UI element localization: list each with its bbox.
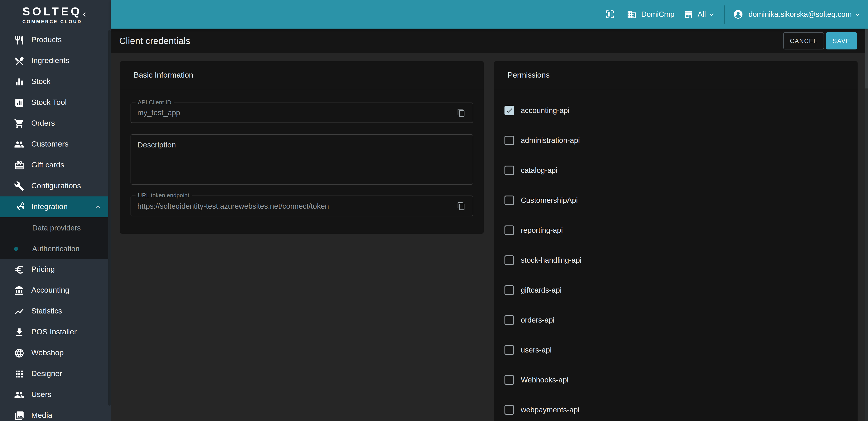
checkbox-icon[interactable]	[504, 405, 514, 414]
checkbox-icon[interactable]	[504, 255, 514, 265]
store-scope-value: All	[698, 10, 706, 19]
sidebar-item-stock[interactable]: Stock	[0, 71, 109, 92]
save-button[interactable]: SAVE	[826, 32, 857, 50]
checkbox-icon[interactable]	[504, 345, 514, 355]
chevron-down-icon	[708, 10, 716, 18]
sidebar-item-label: Stock	[31, 77, 51, 86]
permission-row[interactable]: CustomershipApi	[504, 185, 858, 215]
sidebar-item-ingredients[interactable]: Ingredients	[0, 50, 109, 71]
permission-label: Webhooks-api	[521, 375, 568, 384]
permission-row[interactable]: giftcards-api	[504, 275, 858, 305]
permission-row[interactable]: catalog-api	[504, 155, 858, 185]
store-scope-selector[interactable]: All	[684, 9, 716, 19]
basic-information-body: API Client ID my_test_app Description UR…	[120, 103, 484, 216]
basic-information-panel: Basic Information API Client ID my_test_…	[120, 61, 484, 234]
sidebar-item-pricing[interactable]: Pricing	[0, 259, 109, 280]
equalizer-icon	[14, 77, 25, 87]
appbar: DomiCmp All dominika.sikorska@solteq.com	[111, 0, 868, 29]
store-icon	[684, 9, 693, 19]
permission-label: webpayments-api	[521, 405, 580, 414]
sidebar-scrollbar[interactable]	[108, 30, 111, 405]
sidebar-item-label: Ingredients	[31, 56, 69, 65]
permissions-panel: Permissions accounting-api administratio…	[494, 61, 858, 421]
permission-row[interactable]: Webhooks-api	[504, 365, 858, 395]
sidebar-item-orders[interactable]: Orders	[0, 113, 109, 134]
sidebar-item-pos-installer[interactable]: POS Installer	[0, 321, 109, 342]
api-client-id-value: my_test_app	[137, 108, 180, 117]
checkbox-icon[interactable]	[504, 135, 514, 145]
download-icon	[14, 327, 25, 337]
user-email: dominika.sikorska@solteq.com	[749, 10, 852, 19]
checkbox-icon[interactable]	[504, 165, 514, 175]
sidebar-item-designer[interactable]: Designer	[0, 363, 109, 384]
sidebar-collapse-button[interactable]	[80, 10, 89, 19]
active-dot	[14, 226, 18, 230]
main-content: Client credentials CANCEL SAVE Basic Inf…	[111, 29, 868, 421]
titlebar-actions: CANCEL SAVE	[783, 32, 857, 50]
sidebar-item-label: Configurations	[31, 181, 81, 191]
sidebar-item-configurations[interactable]: Configurations	[0, 175, 109, 196]
sidebar-item-statistics[interactable]: Statistics	[0, 301, 109, 321]
account-menu[interactable]: dominika.sikorska@solteq.com	[733, 9, 862, 20]
sidebar-item-webshop[interactable]: Webshop	[0, 342, 109, 363]
checkbox-icon[interactable]	[504, 225, 514, 235]
cancel-button[interactable]: CANCEL	[783, 32, 824, 50]
globe-lock-icon	[14, 202, 25, 212]
permission-row[interactable]: accounting-api	[504, 95, 858, 125]
building-icon	[627, 9, 637, 19]
brand-tagline: COMMERCE CLOUD	[20, 19, 84, 24]
sidebar-item-label: Products	[31, 35, 62, 45]
permission-row[interactable]: reporting-api	[504, 215, 858, 245]
sidebar-item-integration[interactable]: Integration	[0, 196, 109, 217]
sidebar-item-label: Pricing	[31, 265, 55, 274]
copy-token-url-button[interactable]	[453, 198, 469, 214]
copy-icon	[457, 202, 465, 210]
brand-name: SOLTEQ	[20, 5, 84, 18]
page-scrollbar-thumb[interactable]	[865, 29, 868, 88]
sidebar-item-label: Stock Tool	[31, 98, 67, 107]
sidebar-item-stock-tool[interactable]: Stock Tool	[0, 92, 109, 113]
copy-client-id-button[interactable]	[453, 105, 469, 121]
checkbox-icon[interactable]	[504, 375, 514, 385]
globe-icon	[14, 348, 25, 358]
permissions-title: Permissions	[494, 61, 858, 89]
sidebar-item-label: Media	[31, 411, 52, 420]
sidebar-item-media[interactable]: Media	[0, 405, 109, 421]
company-name: DomiCmp	[641, 10, 675, 19]
restaurant-icon	[14, 35, 25, 45]
app-root: SOLTEQ COMMERCE CLOUD Products Ingredien…	[0, 0, 868, 421]
chevron-left-icon	[80, 10, 89, 19]
permission-row[interactable]: orders-api	[504, 305, 858, 335]
permission-row[interactable]: stock-handling-api	[504, 245, 858, 275]
url-token-endpoint-value: https://solteqidentity-test.azurewebsite…	[137, 202, 329, 210]
checkbox-checked-icon[interactable]	[504, 106, 514, 115]
sidebar-item-gift-cards[interactable]: Gift cards	[0, 155, 109, 175]
page-scrollbar[interactable]	[865, 29, 868, 421]
checkbox-icon[interactable]	[504, 285, 514, 294]
sidebar-subitem-data-providers[interactable]: Data providers	[0, 217, 109, 238]
sidebar-nav: Products Ingredients Stock Stock Tool Or…	[0, 29, 109, 421]
sidebar-item-users[interactable]: Users	[0, 384, 109, 405]
sidebar-subitem-authentication[interactable]: Authentication	[0, 238, 109, 259]
description-textarea[interactable]: Description	[130, 134, 473, 185]
people-icon	[14, 139, 25, 149]
permission-label: stock-handling-api	[521, 256, 582, 264]
permission-row[interactable]: administration-api	[504, 125, 858, 155]
api-client-id-field: API Client ID my_test_app	[130, 103, 473, 123]
permission-row[interactable]: webpayments-api	[504, 395, 858, 421]
checkbox-icon[interactable]	[504, 195, 514, 205]
sidebar-item-label: Webshop	[31, 348, 64, 358]
permission-row[interactable]: users-api	[504, 335, 858, 365]
people-icon	[14, 390, 25, 400]
checkbox-icon[interactable]	[504, 315, 514, 325]
company-selector[interactable]: DomiCmp	[627, 9, 675, 19]
giftcard-icon	[14, 160, 25, 170]
permission-label: CustomershipApi	[521, 196, 578, 204]
line-chart-icon	[14, 306, 25, 316]
appbar-actions: DomiCmp All dominika.sikorska@solteq.com	[604, 5, 862, 23]
sidebar-item-customers[interactable]: Customers	[0, 134, 109, 155]
sidebar-item-products[interactable]: Products	[0, 29, 109, 50]
barcode-scan-button[interactable]	[604, 9, 615, 20]
sidebar-item-accounting[interactable]: Accounting	[0, 280, 109, 301]
sidebar-item-label: Gift cards	[31, 161, 64, 170]
